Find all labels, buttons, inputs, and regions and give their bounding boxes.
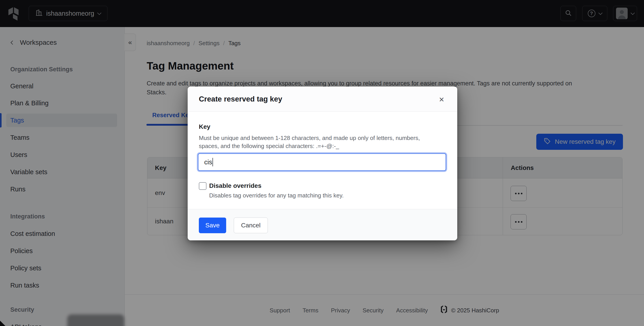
key-input[interactable]: cis — [198, 153, 446, 171]
cancel-button[interactable]: Cancel — [234, 218, 268, 233]
save-button[interactable]: Save — [199, 218, 226, 233]
text-caret — [212, 158, 213, 166]
close-icon[interactable]: ✕ — [437, 95, 446, 104]
modal-footer: Save Cancel — [188, 209, 457, 240]
key-field-helper: Must be unique and between 1-128 charact… — [199, 134, 420, 150]
modal-header: Create reserved tag key ✕ — [188, 87, 457, 112]
key-field-label: Key — [199, 123, 210, 130]
modal-title: Create reserved tag key — [199, 87, 282, 112]
disable-overrides-label[interactable]: Disable overrides — [209, 182, 261, 189]
disable-overrides-description: Disables tag overrides for any tag match… — [209, 192, 344, 199]
key-input-value: cis — [204, 159, 212, 166]
disable-overrides-checkbox[interactable] — [199, 182, 206, 190]
create-reserved-tag-key-modal: Create reserved tag key ✕ Key Must be un… — [188, 87, 457, 240]
